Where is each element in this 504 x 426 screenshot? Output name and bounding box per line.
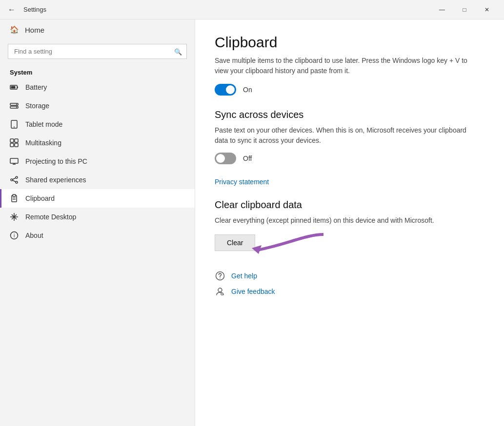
clipboard-toggle-row: On [215, 84, 484, 96]
home-label: Home [25, 26, 44, 34]
sync-toggle[interactable] [215, 153, 236, 164]
sidebar-item-tablet-mode[interactable]: Tablet mode [0, 115, 195, 134]
projecting-icon [10, 157, 19, 166]
section-title: System [0, 65, 195, 78]
search-input[interactable] [8, 44, 187, 59]
sidebar-item-projecting[interactable]: Projecting to this PC [0, 152, 195, 171]
about-icon: i [10, 231, 19, 240]
clipboard-toggle[interactable] [215, 84, 236, 96]
svg-rect-10 [15, 139, 18, 142]
svg-rect-12 [15, 143, 18, 147]
sidebar-item-about[interactable]: i About [0, 226, 195, 245]
sidebar-item-battery[interactable]: Battery [0, 78, 195, 97]
svg-point-5 [16, 104, 17, 105]
svg-rect-13 [10, 158, 18, 163]
battery-icon [10, 83, 19, 92]
svg-rect-2 [11, 86, 16, 89]
give-feedback-icon [215, 286, 225, 297]
shared-label: Shared experiences [25, 176, 86, 184]
sync-section-title: Sync across devices [215, 109, 484, 120]
storage-icon [10, 101, 19, 110]
page-description: Save multiple items to the clipboard to … [215, 56, 468, 76]
minimize-button[interactable]: — [431, 2, 453, 18]
svg-point-6 [16, 107, 17, 108]
remote-desktop-icon [10, 213, 19, 221]
sync-description: Paste text on your other devices. When t… [215, 125, 468, 146]
about-label: About [25, 232, 43, 239]
svg-point-17 [11, 179, 13, 181]
clear-button-row: Clear [215, 234, 484, 251]
help-links: Get help Give feedback [215, 271, 484, 297]
tablet-label: Tablet mode [25, 120, 62, 128]
titlebar-title: Settings [23, 6, 431, 13]
battery-label: Battery [25, 83, 47, 91]
sidebar-item-multitasking[interactable]: Multitasking [0, 134, 195, 152]
projecting-label: Projecting to this PC [25, 157, 87, 165]
sidebar-item-shared[interactable]: Shared experiences [0, 171, 195, 189]
svg-point-8 [14, 127, 15, 128]
svg-point-18 [16, 181, 18, 183]
svg-marker-31 [252, 245, 262, 254]
svg-point-34 [218, 288, 222, 292]
toggle-thumb-off [216, 154, 225, 163]
svg-rect-1 [17, 87, 18, 88]
home-icon: 🏠 [10, 25, 19, 34]
multitasking-label: Multitasking [25, 139, 61, 147]
svg-rect-22 [13, 194, 16, 196]
sidebar-item-remote-desktop[interactable]: Remote Desktop [0, 208, 195, 226]
shared-icon [10, 175, 19, 184]
svg-text:i: i [14, 233, 15, 238]
svg-line-20 [13, 180, 16, 182]
search-container: 🔍 [8, 44, 187, 59]
sidebar-item-clipboard[interactable]: Clipboard [0, 189, 195, 208]
multitasking-icon [10, 138, 19, 147]
sync-toggle-label: Off [243, 155, 252, 162]
get-help-icon [215, 271, 225, 281]
back-button[interactable]: ← [6, 3, 18, 16]
clipboard-label: Clipboard [25, 194, 55, 202]
give-feedback-link[interactable]: Give feedback [231, 288, 275, 295]
toggle-thumb-on [226, 85, 235, 94]
svg-rect-9 [10, 139, 14, 142]
maximize-button[interactable]: □ [453, 2, 476, 18]
storage-label: Storage [25, 102, 49, 110]
sidebar-item-home[interactable]: 🏠 Home [0, 19, 195, 40]
give-feedback-row[interactable]: Give feedback [215, 286, 484, 297]
clear-section-title: Clear clipboard data [215, 199, 484, 211]
page-title: Clipboard [215, 34, 484, 51]
sidebar: 🏠 Home 🔍 System Battery [0, 19, 195, 426]
svg-point-33 [220, 278, 221, 279]
get-help-link[interactable]: Get help [231, 272, 257, 280]
content-area: Clipboard Save multiple items to the cli… [195, 19, 504, 426]
window-controls: — □ ✕ [431, 2, 498, 18]
remote-desktop-label: Remote Desktop [25, 213, 76, 221]
svg-rect-11 [10, 143, 14, 147]
clipboard-toggle-label: On [243, 86, 252, 94]
svg-line-19 [13, 178, 16, 179]
tablet-icon [10, 120, 19, 129]
get-help-row[interactable]: Get help [215, 271, 484, 281]
close-button[interactable]: ✕ [476, 2, 498, 18]
privacy-link[interactable]: Privacy statement [215, 178, 484, 186]
arrow-indicator [248, 230, 326, 261]
search-icon: 🔍 [174, 48, 182, 55]
titlebar: ← Settings — □ ✕ [0, 0, 504, 19]
app-body: 🏠 Home 🔍 System Battery [0, 19, 504, 426]
svg-point-16 [16, 176, 18, 178]
clipboard-icon [10, 194, 19, 203]
sidebar-item-storage[interactable]: Storage [0, 97, 195, 115]
sync-toggle-row: Off [215, 153, 484, 164]
clear-description: Clear everything (except pinned items) o… [215, 215, 468, 226]
